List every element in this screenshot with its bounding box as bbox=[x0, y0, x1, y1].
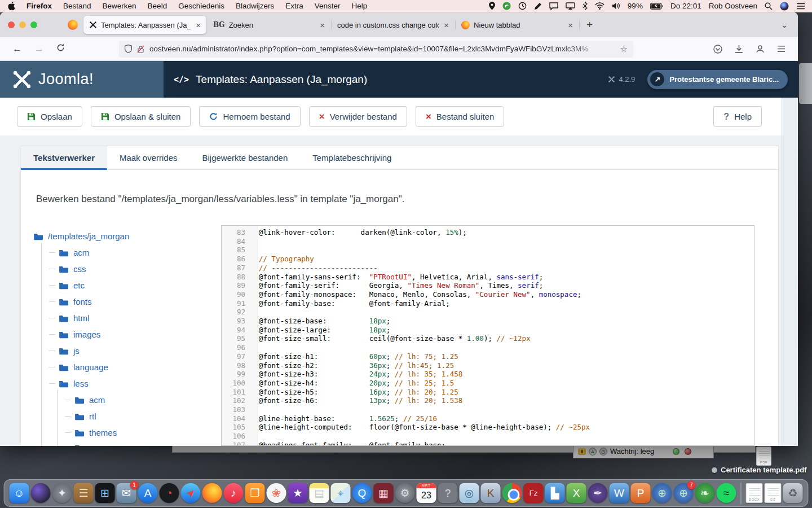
dock-finder-icon[interactable]: ☺ bbox=[10, 483, 29, 503]
gauge-icon[interactable]: ◷ bbox=[599, 448, 607, 456]
tab-templatebeschrijving[interactable]: Templatebeschrijving bbox=[300, 146, 404, 169]
opslaan-button[interactable]: Opslaan bbox=[17, 106, 82, 127]
dock-dashboard-icon[interactable]: ◔ bbox=[160, 483, 179, 503]
hamburger-menu-icon[interactable] bbox=[777, 45, 785, 52]
tab-close-icon[interactable]: × bbox=[567, 20, 574, 30]
tab-bijgewerkte-bestanden[interactable]: Bijgewerkte bestanden bbox=[190, 146, 301, 169]
dock-gz-file-icon[interactable]: GZ bbox=[765, 483, 782, 503]
menu-bladwijzers[interactable]: Bladwijzers bbox=[230, 2, 280, 10]
new-tab-button[interactable]: + bbox=[580, 19, 599, 31]
tracking-shield-icon[interactable] bbox=[125, 45, 132, 53]
tab-tekstverwerker[interactable]: Tekstverwerker bbox=[21, 146, 107, 169]
menu-beeld[interactable]: Beeld bbox=[142, 2, 173, 10]
menubar-clock[interactable]: Do 22:01 bbox=[670, 2, 701, 10]
menu-geschiedenis[interactable]: Geschiedenis bbox=[173, 2, 230, 10]
tab-close-icon[interactable]: × bbox=[195, 20, 202, 30]
tree-item-themes[interactable]: themes bbox=[65, 424, 117, 441]
tree-item-images[interactable]: images bbox=[49, 326, 100, 343]
wifi-icon[interactable] bbox=[595, 2, 604, 10]
account-icon[interactable] bbox=[756, 45, 765, 54]
pencil-icon[interactable] bbox=[534, 2, 542, 10]
dock-filezilla-icon[interactable]: Fz bbox=[524, 483, 544, 503]
browser-tab[interactable]: Templates: Aanpassen (Ja_morg× bbox=[83, 16, 206, 34]
notification-center-icon[interactable] bbox=[796, 3, 805, 10]
dock-preview-icon[interactable]: ◎ bbox=[460, 483, 479, 503]
evernote-green-icon[interactable] bbox=[502, 2, 511, 10]
dock-calendar-icon[interactable]: MRT23 bbox=[417, 483, 436, 503]
close-window-button[interactable] bbox=[8, 21, 15, 28]
dock-launchpad-icon[interactable]: ✦ bbox=[52, 483, 72, 503]
battery-icon[interactable] bbox=[650, 3, 663, 10]
dock-missing-app-icon[interactable]: ? bbox=[438, 483, 458, 503]
tree-item-templatesjamorgan[interactable]: /templates/ja_morgan bbox=[33, 228, 129, 244]
dock-firefox-icon[interactable] bbox=[202, 483, 222, 503]
gear-a-icon[interactable]: A bbox=[589, 448, 597, 456]
dock-photo-booth-icon[interactable]: ▦ bbox=[374, 483, 394, 503]
dock-contacts-icon[interactable]: ☰ bbox=[74, 483, 94, 503]
dock-safari-icon[interactable]: ➤ bbox=[181, 483, 201, 503]
dock-word-icon[interactable]: W bbox=[610, 483, 629, 503]
menu-bestand[interactable]: Bestand bbox=[58, 2, 97, 10]
dock-ink-app-icon[interactable]: ✒ bbox=[588, 483, 608, 503]
dock-photos-icon[interactable]: ❀ bbox=[267, 483, 286, 503]
forward-button[interactable]: → bbox=[34, 43, 44, 55]
url-address-field[interactable]: oostveen.nu/administrator/index.php?opti… bbox=[119, 41, 633, 58]
menubar-user[interactable]: Rob Oostveen bbox=[709, 2, 757, 10]
tree-item-acm[interactable]: acm bbox=[65, 392, 105, 408]
dock-keynote-icon[interactable]: K bbox=[481, 483, 501, 503]
chat-bubble-icon[interactable] bbox=[549, 2, 558, 10]
menu-help[interactable]: Help bbox=[346, 2, 373, 10]
dock-siri-icon[interactable] bbox=[31, 483, 51, 503]
location-pin-icon[interactable] bbox=[489, 2, 495, 10]
dock-docx-file-icon[interactable]: DOCX bbox=[746, 483, 763, 503]
time-machine-icon[interactable] bbox=[518, 2, 527, 10]
dock-maps-icon[interactable]: ⌖ bbox=[331, 483, 351, 503]
menu-bewerken[interactable]: Bewerken bbox=[97, 2, 142, 10]
tree-item-html[interactable]: html bbox=[49, 310, 89, 326]
dock-chart-app-icon[interactable]: ▙ bbox=[545, 483, 565, 503]
back-button[interactable]: ← bbox=[12, 43, 22, 55]
tab-close-icon[interactable]: × bbox=[319, 20, 326, 30]
reload-button[interactable] bbox=[56, 43, 65, 55]
lock-icon[interactable] bbox=[578, 448, 586, 455]
bestand-sluiten-button[interactable]: ×Bestand sluiten bbox=[416, 106, 505, 127]
tree-item-etc[interactable]: etc bbox=[49, 277, 85, 294]
desktop-file-label[interactable]: Certificaten template.pdf bbox=[712, 466, 806, 474]
tab-close-icon[interactable]: × bbox=[443, 20, 450, 30]
bookmark-star-icon[interactable]: ☆ bbox=[620, 44, 628, 54]
tree-item-css[interactable]: css bbox=[49, 261, 86, 277]
opslaan-sluiten-button[interactable]: Opslaan & sluiten bbox=[91, 106, 191, 127]
dock-excel-icon[interactable]: X bbox=[567, 483, 586, 503]
tree-item-fonts[interactable]: fonts bbox=[49, 294, 92, 310]
verwijder-bestand-button[interactable]: ×Verwijder bestand bbox=[309, 106, 407, 127]
browser-tab[interactable]: BGZoeken× bbox=[208, 16, 330, 34]
dock-mail-icon[interactable]: ✉1 bbox=[117, 483, 136, 503]
dock-trash-icon[interactable]: ♻ bbox=[783, 483, 803, 503]
airplay-display-icon[interactable] bbox=[566, 2, 575, 10]
apple-menu[interactable] bbox=[0, 2, 21, 10]
dock-leaf-app-icon[interactable]: ❧ bbox=[695, 483, 715, 503]
siri-icon[interactable] bbox=[780, 2, 789, 11]
tree-item-acm[interactable]: acm bbox=[49, 244, 89, 261]
tree-item-js[interactable]: js bbox=[49, 343, 80, 359]
zoom-window-button[interactable] bbox=[30, 21, 37, 28]
code-editor[interactable]: 83@link-hover-color: darken(@link-color,… bbox=[221, 225, 754, 446]
menu-venster[interactable]: Venster bbox=[309, 2, 346, 10]
dock-system-preferences-icon[interactable]: ⚙ bbox=[395, 483, 415, 503]
tree-item-less[interactable]: less bbox=[49, 375, 89, 392]
site-preview-button[interactable]: ↗ Protestantse gemeente Blaric... bbox=[647, 70, 788, 89]
volume-icon[interactable] bbox=[612, 2, 620, 10]
joomla-brand[interactable]: Joomla! bbox=[0, 61, 164, 98]
dock-mission-control-icon[interactable]: ⊞ bbox=[95, 483, 115, 503]
tree-item-rtl[interactable]: rtl bbox=[65, 408, 96, 424]
hernoem-bestand-button[interactable]: Hernoem bestand bbox=[199, 106, 300, 127]
dock-books-icon[interactable]: ❐ bbox=[245, 483, 265, 503]
minimize-window-button[interactable] bbox=[19, 21, 26, 28]
tab-maak-overrides[interactable]: Maak overrides bbox=[107, 146, 190, 169]
browser-tab[interactable]: Nieuw tabblad× bbox=[456, 16, 579, 34]
pocket-icon[interactable] bbox=[713, 45, 722, 54]
dock-music-icon[interactable]: ♪ bbox=[224, 483, 244, 503]
dock-remote-desktop-icon[interactable]: ⊕ bbox=[652, 483, 672, 503]
dock-chrome-icon[interactable] bbox=[502, 483, 522, 503]
browser-tab[interactable]: code in custom.css change color me× bbox=[332, 16, 454, 34]
